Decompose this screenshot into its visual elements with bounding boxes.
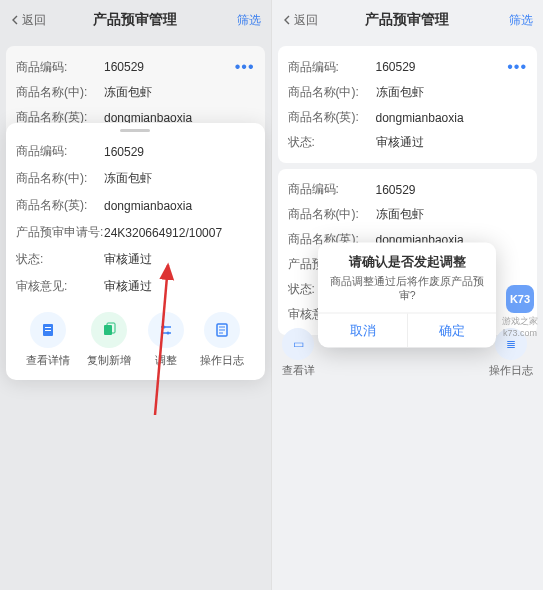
action-row: 查看详情 复制新增 调整 bbox=[16, 312, 255, 368]
dialog-title: 请确认是否发起调整 bbox=[318, 243, 496, 275]
cancel-button[interactable]: 取消 bbox=[318, 314, 408, 348]
field-label: 商品编码: bbox=[16, 143, 104, 160]
field-label: 产品预审申请号: bbox=[16, 224, 104, 241]
field-label: 商品名称(中): bbox=[16, 170, 104, 187]
svg-point-6 bbox=[162, 326, 165, 329]
svg-rect-1 bbox=[45, 327, 51, 328]
adjust-button[interactable]: 调整 bbox=[148, 312, 184, 368]
left-screen: 返回 产品预审管理 筛选 商品编码: 160529 ••• 商品名称(中): 冻… bbox=[0, 0, 272, 590]
field-label: 审核意见: bbox=[16, 278, 104, 295]
field-value: 审核通过 bbox=[104, 251, 255, 268]
watermark: K73 游戏之家 k73.com bbox=[502, 285, 538, 338]
field-value: 24K320664912/10007 bbox=[104, 226, 255, 240]
field-value: 160529 bbox=[104, 145, 255, 159]
field-value: dongmianbaoxia bbox=[104, 199, 255, 213]
log-button[interactable]: 操作日志 bbox=[200, 312, 244, 368]
log-icon bbox=[204, 312, 240, 348]
field-label: 状态: bbox=[16, 251, 104, 268]
field-label: 商品名称(英): bbox=[16, 197, 104, 214]
confirm-dialog: 请确认是否发起调整 商品调整通过后将作废原产品预审? 取消 确定 bbox=[318, 243, 496, 348]
drag-handle[interactable] bbox=[120, 129, 150, 132]
copy-new-button[interactable]: 复制新增 bbox=[87, 312, 131, 368]
watermark-sub: 游戏之家 bbox=[502, 315, 538, 328]
watermark-logo: K73 bbox=[506, 285, 534, 313]
dialog-message: 商品调整通过后将作废原产品预审? bbox=[318, 275, 496, 313]
ok-button[interactable]: 确定 bbox=[408, 314, 497, 348]
detail-sheet: 商品编码: 160529 商品名称(中): 冻面包虾 商品名称(英): dong… bbox=[6, 123, 265, 380]
field-value: 审核通过 bbox=[104, 278, 255, 295]
action-label: 调整 bbox=[155, 354, 177, 368]
action-label: 操作日志 bbox=[200, 354, 244, 368]
action-label: 查看详情 bbox=[26, 354, 70, 368]
svg-rect-2 bbox=[45, 330, 51, 331]
sliders-icon bbox=[148, 312, 184, 348]
watermark-site: k73.com bbox=[503, 328, 537, 338]
copy-icon bbox=[91, 312, 127, 348]
view-detail-button[interactable]: 查看详情 bbox=[26, 312, 70, 368]
action-label: 复制新增 bbox=[87, 354, 131, 368]
svg-point-8 bbox=[166, 332, 169, 335]
document-icon bbox=[30, 312, 66, 348]
field-value: 冻面包虾 bbox=[104, 170, 255, 187]
